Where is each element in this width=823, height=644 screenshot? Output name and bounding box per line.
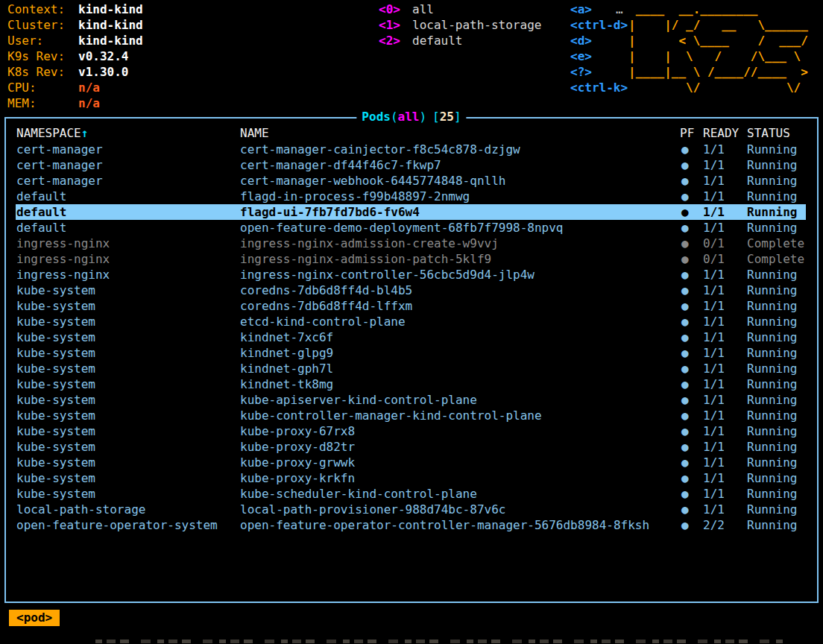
action-hotkey-item[interactable]: <ctrl-k> bbox=[570, 80, 628, 95]
cell-namespace: kube-system bbox=[16, 392, 95, 408]
cluster-info: Context:kind-kindCluster:kind-kindUser:k… bbox=[0, 1, 143, 111]
cluster-info-label: K9s Rev: bbox=[7, 48, 78, 64]
cell-status: Running bbox=[747, 314, 797, 329]
table-row[interactable]: kube-systemkube-proxy-67rx8●1/1Running bbox=[6, 423, 817, 439]
pf-indicator-icon: ● bbox=[681, 251, 689, 267]
table-row[interactable]: kube-systemcoredns-7db6d8ff4d-lffxm●1/1R… bbox=[6, 298, 817, 314]
table-row[interactable]: ingress-nginxingress-nginx-controller-56… bbox=[6, 267, 817, 282]
table-row[interactable]: kube-systemkube-controller-manager-kind-… bbox=[6, 408, 817, 423]
table-row[interactable]: kube-systemetcd-kind-control-plane●1/1Ru… bbox=[6, 314, 817, 329]
column-header-namespace[interactable]: NAMESPACE↑ bbox=[16, 125, 88, 141]
table-row[interactable]: kube-systemcoredns-7db6d8ff4d-bl4b5●1/1R… bbox=[6, 282, 817, 298]
hotkey-label: <?> bbox=[570, 65, 592, 79]
cell-ready: 0/1 bbox=[703, 236, 725, 251]
hotkey-label: <ctrl-d> bbox=[570, 18, 628, 32]
pods-table: NAMESPACE↑ NAME PF READY STATUS cert-man… bbox=[6, 119, 817, 602]
cell-name: kindnet-7xc6f bbox=[240, 329, 333, 345]
table-row[interactable]: local-path-storagelocal-path-provisioner… bbox=[6, 502, 817, 517]
action-hotkey-item[interactable]: <e> bbox=[570, 48, 628, 64]
table-row[interactable]: ingress-nginxingress-nginx-admission-cre… bbox=[6, 236, 817, 251]
table-row[interactable]: defaultflagd-ui-7fb7fd7bd6-fv6w4●1/1Runn… bbox=[6, 204, 817, 220]
cluster-info-value: v1.30.0 bbox=[78, 65, 128, 79]
cell-status: Running bbox=[747, 439, 797, 455]
breadcrumb-pod[interactable]: <pod> bbox=[9, 610, 60, 626]
cell-ready: 1/1 bbox=[703, 423, 725, 439]
table-header-row: NAMESPACE↑ NAME PF READY STATUS bbox=[6, 125, 817, 141]
cell-ready: 1/1 bbox=[703, 220, 725, 236]
namespace-hotkey-item[interactable]: <2>default bbox=[379, 33, 541, 48]
action-hotkey-item[interactable]: <d> bbox=[570, 33, 628, 48]
table-row[interactable]: cert-managercert-manager-cainjector-f8c5… bbox=[6, 142, 817, 157]
cell-name: kube-proxy-d82tr bbox=[240, 439, 355, 455]
table-row[interactable]: kube-systemkindnet-gph7l●1/1Running bbox=[6, 361, 817, 376]
table-row[interactable]: kube-systemkindnet-tk8mg●1/1Running bbox=[6, 376, 817, 392]
pf-indicator-icon: ● bbox=[681, 423, 689, 439]
cell-namespace: cert-manager bbox=[16, 142, 103, 157]
table-row[interactable]: open-feature-operator-systemopen-feature… bbox=[6, 517, 817, 533]
pf-indicator-icon: ● bbox=[681, 439, 689, 455]
cell-ready: 1/1 bbox=[703, 142, 725, 157]
table-row[interactable]: ingress-nginxingress-nginx-admission-pat… bbox=[6, 251, 817, 267]
cell-ready: 1/1 bbox=[703, 361, 725, 376]
cell-name: kube-controller-manager-kind-control-pla… bbox=[240, 408, 542, 423]
table-row[interactable]: kube-systemkindnet-7xc6f●1/1Running bbox=[6, 329, 817, 345]
cell-namespace: kube-system bbox=[16, 361, 95, 376]
cell-status: Running bbox=[747, 282, 797, 298]
table-row[interactable]: kube-systemkube-proxy-d82tr●1/1Running bbox=[6, 439, 817, 455]
table-row[interactable]: kube-systemkube-scheduler-kind-control-p… bbox=[6, 486, 817, 502]
table-row[interactable]: defaultopen-feature-demo-deployment-68fb… bbox=[6, 220, 817, 236]
cluster-info-value: n/a bbox=[78, 80, 100, 95]
namespace-hotkey-item[interactable]: <0>all bbox=[379, 1, 541, 17]
cell-namespace: kube-system bbox=[16, 455, 95, 470]
table-row[interactable]: kube-systemkube-proxy-grwwk●1/1Running bbox=[6, 455, 817, 470]
cell-ready: 1/1 bbox=[703, 486, 725, 502]
cell-name: kube-proxy-67rx8 bbox=[240, 423, 355, 439]
namespace-hotkeys: <0>all<1>local-path-storage<2>default bbox=[379, 1, 541, 48]
table-row[interactable]: defaultflagd-in-process-f99b48897-2nmwg●… bbox=[6, 189, 817, 204]
cell-namespace: kube-system bbox=[16, 282, 95, 298]
column-header-pf[interactable]: PF bbox=[680, 125, 694, 141]
hotkey-label: <ctrl-k> bbox=[570, 80, 628, 95]
namespace-hotkey-item[interactable]: <1>local-path-storage bbox=[379, 17, 541, 33]
cell-name: kindnet-glpg9 bbox=[240, 345, 333, 361]
column-header-ready[interactable]: READY bbox=[703, 125, 739, 141]
cell-namespace: kube-system bbox=[16, 329, 95, 345]
cell-name: flagd-in-process-f99b48897-2nmwg bbox=[240, 189, 470, 204]
pf-indicator-icon: ● bbox=[681, 470, 689, 486]
cluster-info-label: K8s Rev: bbox=[7, 64, 78, 80]
cell-ready: 1/1 bbox=[703, 189, 725, 204]
pf-indicator-icon: ● bbox=[681, 267, 689, 282]
pf-indicator-icon: ● bbox=[681, 220, 689, 236]
cell-ready: 1/1 bbox=[703, 502, 725, 517]
pf-indicator-icon: ● bbox=[681, 486, 689, 502]
cluster-info-label: Context: bbox=[7, 1, 78, 17]
column-header-name[interactable]: NAME bbox=[240, 125, 269, 141]
cell-name: kindnet-tk8mg bbox=[240, 376, 333, 392]
table-row[interactable]: kube-systemkube-apiserver-kind-control-p… bbox=[6, 392, 817, 408]
cell-ready: 1/1 bbox=[703, 408, 725, 423]
table-row[interactable]: kube-systemkube-proxy-krkfn●1/1Running bbox=[6, 470, 817, 486]
table-row[interactable]: cert-managercert-manager-webhook-6445774… bbox=[6, 173, 817, 189]
cell-name: ingress-nginx-controller-56cbc5d9d4-jlp4… bbox=[240, 267, 535, 282]
action-hotkey-item[interactable]: <?> bbox=[570, 64, 628, 80]
cell-ready: 1/1 bbox=[703, 392, 725, 408]
action-hotkey-item[interactable]: <ctrl-d> bbox=[570, 17, 628, 33]
cell-namespace: kube-system bbox=[16, 314, 95, 329]
pf-indicator-icon: ● bbox=[681, 298, 689, 314]
pf-indicator-icon: ● bbox=[681, 502, 689, 517]
cell-namespace: open-feature-operator-system bbox=[16, 517, 218, 533]
cell-status: Running bbox=[747, 376, 797, 392]
namespace-name: local-path-storage bbox=[412, 18, 541, 32]
truncated-label-ellipsis: … bbox=[616, 1, 623, 17]
k9s-logo-ascii: ____ __.________ | |/ _/ __ \______ | < … bbox=[628, 1, 815, 95]
pod-count: 25 bbox=[440, 110, 454, 124]
column-header-status[interactable]: STATUS bbox=[747, 125, 790, 141]
bracket-open: [ bbox=[432, 110, 440, 124]
table-row[interactable]: kube-systemkindnet-glpg9●1/1Running bbox=[6, 345, 817, 361]
cell-name: local-path-provisioner-988d74bc-87v6c bbox=[240, 502, 505, 517]
cell-ready: 1/1 bbox=[703, 157, 725, 173]
cell-ready: 1/1 bbox=[703, 345, 725, 361]
table-row[interactable]: cert-managercert-manager-df44f46c7-fkwp7… bbox=[6, 157, 817, 173]
cluster-info-value: kind-kind bbox=[78, 18, 143, 32]
cluster-info-value: kind-kind bbox=[78, 34, 143, 48]
